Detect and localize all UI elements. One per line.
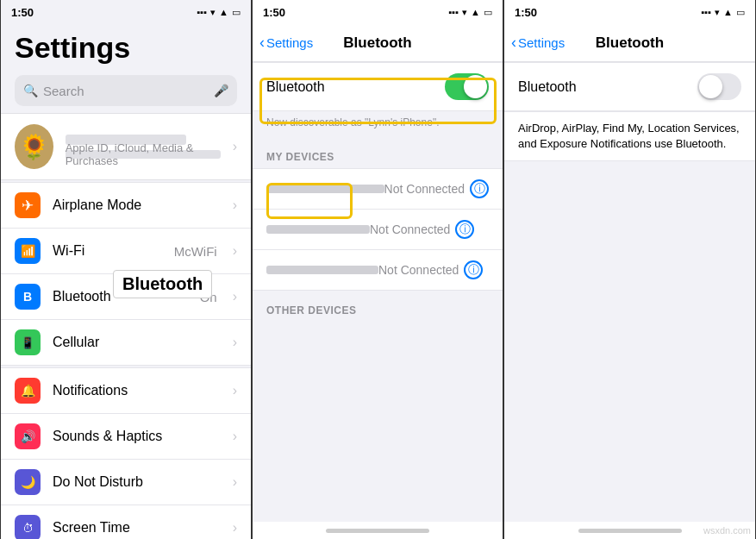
notifications-cell[interactable]: 🔔 Notifications › [1, 367, 251, 414]
dnd-icon: 🌙 [15, 469, 41, 495]
avatar: 🌻 [15, 124, 53, 169]
settings-title: Settings [1, 24, 251, 72]
screentime-chevron-icon: › [233, 520, 237, 536]
status-bar-1: 1:50 ▪▪▪ ▾ ▲ ▭ [1, 0, 251, 24]
bt-panel-content-3: Bluetooth AirDrop, AirPlay, Find My, Loc… [504, 62, 755, 522]
notifications-label: Notifications [53, 383, 221, 398]
bt-toggle-label: Bluetooth [266, 79, 445, 95]
wifi-icon: 📶 [15, 238, 41, 264]
battery-icon-2: ▭ [484, 7, 492, 18]
device-name-blur-2 [266, 225, 370, 234]
sounds-chevron-icon: › [233, 429, 237, 444]
wifi-status-icon: ▾ [210, 7, 216, 18]
notifications-chevron-icon: › [233, 383, 237, 398]
device-info-icon-2[interactable]: ⓘ [455, 220, 474, 239]
toggle-knob-off [699, 75, 722, 98]
status-icons-2: ▪▪▪ ▾ ▲ ▭ [448, 7, 492, 18]
home-bar-2 [326, 529, 429, 533]
signal-icon: ▪▪▪ [197, 7, 207, 17]
bt-toggle-row[interactable]: Bluetooth [253, 63, 503, 110]
device-status-2: Not Connected [370, 222, 450, 236]
bt-panel-content: Bluetooth Now discoverable as "Lynn's iP… [253, 62, 503, 522]
bt-toggle-section: Bluetooth [253, 62, 503, 111]
cellular-label: Cellular [53, 335, 221, 350]
device-row-3[interactable]: Not Connected ⓘ [253, 250, 503, 291]
status-time-1: 1:50 [11, 6, 34, 19]
device-status-3: Not Connected [378, 263, 459, 277]
sounds-label: Sounds & Haptics [53, 429, 221, 444]
screentime-icon: ⏱ [15, 515, 41, 539]
battery-icon-3: ▭ [736, 7, 745, 18]
status-time-2: 1:50 [263, 6, 285, 19]
profile-info: Apple ID, iCloud, Media & Purchases [66, 135, 221, 159]
device-row-1[interactable]: Not Connected ⓘ [253, 168, 503, 210]
device-name-blur-3 [266, 266, 378, 274]
nav-back-2[interactable]: ‹ Settings [259, 34, 313, 52]
bluetooth-toggle-off[interactable] [697, 73, 741, 100]
my-devices-header: MY DEVICES [253, 137, 503, 168]
profile-chevron-icon: › [233, 139, 237, 154]
nav-title-3: Bluetooth [596, 34, 664, 52]
bluetooth-toggle-on[interactable] [445, 73, 489, 100]
watermark: wsxdn.com [703, 525, 751, 536]
dnd-cell[interactable]: 🌙 Do Not Disturb › [1, 460, 251, 505]
status-bar-2: 1:50 ▪▪▪ ▾ ▲ ▭ [253, 0, 503, 24]
back-arrow-icon-2: ‹ [259, 34, 265, 52]
profile-cell[interactable]: 🌻 Apple ID, iCloud, Media & Purchases › [1, 113, 251, 180]
bluetooth-callout-label: Bluetooth [113, 270, 212, 298]
mic-icon: 🎤 [214, 84, 228, 97]
bt-toggle-section-3: Bluetooth [504, 62, 755, 111]
bluetooth-icon: B [15, 284, 41, 310]
back-arrow-icon-3: ‹ [511, 34, 516, 52]
toggle-knob-on [464, 75, 487, 98]
device-info-icon-3[interactable]: ⓘ [464, 260, 483, 279]
nav-back-label-3: Settings [518, 35, 565, 50]
nav-title-2: Bluetooth [343, 34, 411, 52]
home-bar-3 [578, 529, 682, 533]
nav-back-3[interactable]: ‹ Settings [511, 34, 565, 52]
wifi-value: McWiFi [174, 244, 217, 259]
panel3-bluetooth-off: 1:50 ▪▪▪ ▾ ▲ ▭ ‹ Settings Bluetooth Blue… [503, 0, 756, 539]
section-notifications: 🔔 Notifications › 🔊 Sounds & Haptics › 🌙… [1, 367, 251, 539]
wifi-status-icon-3: ▾ [715, 7, 720, 18]
screentime-label: Screen Time [53, 520, 221, 536]
dnd-label: Do Not Disturb [53, 474, 221, 490]
wifi-chevron-icon: › [233, 243, 237, 259]
bt-description-text: AirDrop, AirPlay, Find My, Location Serv… [504, 111, 755, 161]
wifi-cell[interactable]: 📶 Wi-Fi McWiFi › [1, 229, 251, 274]
airplane-mode-icon: ✈ [15, 192, 41, 218]
dnd-chevron-icon: › [233, 474, 237, 490]
wifi-status-icon-2: ▾ [462, 7, 467, 18]
home-indicator-2 [253, 522, 503, 539]
nav-bar-2: ‹ Settings Bluetooth [253, 24, 503, 62]
notifications-icon: 🔔 [15, 378, 41, 404]
airplane-mode-label: Airplane Mode [53, 197, 221, 213]
device-info-icon-1[interactable]: ⓘ [470, 179, 489, 198]
signal-icon-3: ▪▪▪ [701, 7, 711, 17]
panel1-settings: 1:50 ▪▪▪ ▾ ▲ ▭ Settings 🔍 Search 🎤 🌻 App… [0, 0, 252, 539]
settings-scroll: ✈ Airplane Mode › 📶 Wi-Fi McWiFi › B Blu… [1, 182, 251, 539]
device-status-1: Not Connected [384, 182, 465, 196]
bt-toggle-row-3[interactable]: Bluetooth [504, 63, 755, 110]
my-devices-list: Not Connected ⓘ Not Connected ⓘ Not Conn… [253, 168, 503, 291]
screentime-cell[interactable]: ⏱ Screen Time › [1, 505, 251, 539]
location-icon: ▲ [219, 7, 228, 17]
status-icons-3: ▪▪▪ ▾ ▲ ▭ [701, 7, 745, 18]
search-icon: 🔍 [23, 84, 38, 97]
airplane-mode-cell[interactable]: ✈ Airplane Mode › [1, 182, 251, 229]
wifi-label: Wi-Fi [53, 243, 162, 259]
device-row-2[interactable]: Not Connected ⓘ [253, 210, 503, 250]
profile-sub: Apple ID, iCloud, Media & Purchases [66, 150, 221, 159]
battery-icon: ▭ [232, 7, 241, 18]
sounds-cell[interactable]: 🔊 Sounds & Haptics › [1, 414, 251, 460]
status-bar-3: 1:50 ▪▪▪ ▾ ▲ ▭ [504, 0, 755, 24]
airplane-chevron-icon: › [233, 197, 237, 213]
bluetooth-chevron-icon: › [233, 289, 237, 304]
cellular-chevron-icon: › [233, 335, 237, 350]
cellular-icon: 📱 [15, 329, 41, 355]
cellular-cell[interactable]: 📱 Cellular › [1, 320, 251, 366]
device-name-blur-1 [266, 185, 384, 193]
search-bar[interactable]: 🔍 Search 🎤 [15, 75, 237, 106]
location-icon-2: ▲ [471, 7, 480, 17]
panel2-bluetooth-on: 1:50 ▪▪▪ ▾ ▲ ▭ ‹ Settings Bluetooth Blue… [252, 0, 503, 539]
